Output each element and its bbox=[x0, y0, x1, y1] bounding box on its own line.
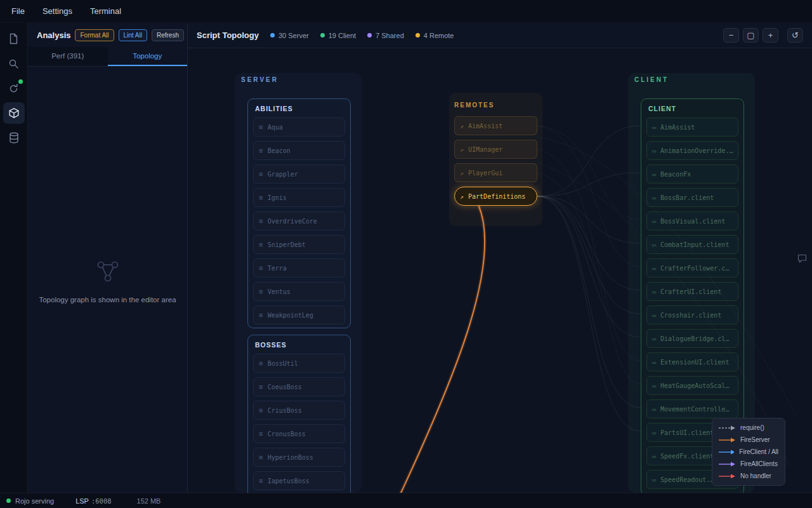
sidebar-header: Analysis Format AllLint AllRefresh bbox=[28, 23, 187, 47]
node-beaconfx[interactable]: ▭BeaconFx bbox=[646, 164, 738, 184]
stat-label: 19 Client bbox=[329, 32, 356, 39]
node-coeusboss[interactable]: ≡CoeusBoss bbox=[253, 377, 345, 396]
legend-row-fireclient-all: FireClient / All bbox=[719, 448, 778, 455]
reset-view-button[interactable]: ↺ bbox=[787, 28, 803, 43]
node-label: BossVisual.client bbox=[660, 218, 725, 225]
legend-line-sample bbox=[719, 437, 735, 443]
legend-label: FireServer bbox=[740, 436, 770, 443]
edge-fireserver-partdefinitions bbox=[401, 206, 485, 493]
activity-data-button[interactable] bbox=[3, 127, 25, 149]
activity-sync-button[interactable] bbox=[3, 77, 25, 99]
legend-row-no-handler: No handler bbox=[719, 472, 778, 479]
localscript-icon: ▭ bbox=[652, 147, 656, 154]
node-label: Ventus bbox=[268, 288, 291, 295]
node-criusboss[interactable]: ≡CriusBoss bbox=[253, 401, 345, 420]
localscript-icon: ▭ bbox=[652, 288, 656, 295]
localscript-icon: ▭ bbox=[652, 429, 656, 436]
script-icon: ≡ bbox=[259, 453, 263, 462]
node-ventus[interactable]: ≡Ventus bbox=[253, 282, 345, 301]
node-animationoverride[interactable]: ▭AnimationOverride.… bbox=[646, 141, 738, 160]
zoom-out-button[interactable]: − bbox=[723, 28, 739, 43]
legend-label: require() bbox=[740, 424, 764, 431]
stat-label: 4 Remote bbox=[424, 32, 454, 39]
script-icon: ≡ bbox=[259, 123, 263, 131]
node-combatinput-client[interactable]: ▭CombatInput.client bbox=[646, 235, 738, 254]
script-icon: ≡ bbox=[259, 264, 263, 272]
node-heatgaugeautoscal[interactable]: ▭HeatGaugeAutoScal… bbox=[646, 376, 738, 395]
remotes-group-label: REMOTES bbox=[454, 102, 494, 109]
node-bossvisual-client[interactable]: ▭BossVisual.client bbox=[646, 211, 738, 231]
localscript-icon: ▭ bbox=[652, 382, 656, 389]
node-label: OverdriveCore bbox=[268, 218, 317, 225]
zoom-in-button[interactable]: + bbox=[763, 28, 778, 43]
tab-perf-391[interactable]: Perf (391) bbox=[28, 47, 108, 66]
node-aimassist[interactable]: ↗AimAssist bbox=[454, 116, 537, 135]
node-label: HeatGaugeAutoScal… bbox=[660, 382, 729, 389]
lint-all-button[interactable]: Lint All bbox=[119, 29, 147, 41]
node-aimassist[interactable]: ▭AimAssist bbox=[646, 117, 738, 137]
node-partdefinitions[interactable]: ↗PartDefinitions bbox=[454, 187, 537, 206]
search-icon bbox=[8, 58, 19, 69]
node-hyperionboss[interactable]: ≡HyperionBoss bbox=[253, 448, 345, 467]
node-crafterui-client[interactable]: ▭CrafterUI.client bbox=[646, 282, 738, 301]
node-uimanager[interactable]: ↗UIManager bbox=[454, 140, 537, 159]
node-label: BossUtil bbox=[268, 360, 298, 367]
refresh-button[interactable]: Refresh bbox=[152, 29, 184, 41]
script-icon: ≡ bbox=[259, 477, 263, 485]
tab-topology[interactable]: Topology bbox=[108, 47, 188, 66]
client-column-label: CLIENT bbox=[634, 76, 669, 83]
stat-dot bbox=[367, 33, 372, 37]
node-ignis[interactable]: ≡Ignis bbox=[253, 188, 345, 207]
node-overdrivecore[interactable]: ≡OverdriveCore bbox=[253, 211, 345, 231]
menu-item-terminal[interactable]: Terminal bbox=[90, 6, 121, 16]
node-label: SniperDebt bbox=[268, 241, 306, 248]
node-label: CriusBoss bbox=[268, 407, 302, 414]
node-dialoguebridge-cl[interactable]: ▭DialogueBridge.cl… bbox=[646, 329, 738, 348]
legend-label: No handler bbox=[740, 472, 771, 479]
node-cronusboss[interactable]: ≡CronusBoss bbox=[253, 424, 345, 443]
menu-item-settings[interactable]: Settings bbox=[43, 6, 72, 16]
sidebar-actions: Format AllLint AllRefresh bbox=[75, 29, 184, 41]
activity-bar bbox=[0, 23, 28, 493]
sidebar-title: Analysis bbox=[37, 30, 70, 40]
node-weakpointleg[interactable]: ≡WeakpointLeg bbox=[253, 305, 345, 324]
menu-item-file[interactable]: File bbox=[11, 6, 25, 16]
group-title: CLIENT bbox=[648, 105, 738, 112]
activity-topology-button[interactable] bbox=[3, 102, 25, 124]
node-beacon[interactable]: ≡Beacon bbox=[253, 141, 345, 160]
activity-files-button[interactable] bbox=[3, 28, 25, 50]
node-terra[interactable]: ≡Terra bbox=[253, 258, 345, 277]
node-label: PartsUI.client bbox=[660, 429, 714, 436]
node-grappler[interactable]: ≡Grappler bbox=[253, 164, 345, 184]
node-bossutil[interactable]: ≡BossUtil bbox=[253, 354, 345, 373]
node-extensionui-client[interactable]: ▭ExtensionUI.client bbox=[646, 352, 738, 371]
node-playergui[interactable]: ↗PlayerGui bbox=[454, 163, 537, 182]
script-icon: ≡ bbox=[259, 194, 263, 202]
remote-event-icon: ↗ bbox=[460, 193, 464, 200]
node-crafterfollower-c[interactable]: ▭CrafterFollower.c… bbox=[646, 258, 738, 277]
node-sniperdebt[interactable]: ≡SniperDebt bbox=[253, 235, 345, 254]
node-crosshair-client[interactable]: ▭Crosshair.client bbox=[646, 305, 738, 324]
node-label: CronusBoss bbox=[268, 431, 306, 438]
legend-label: FireAllClients bbox=[740, 460, 778, 467]
node-iapetusboss[interactable]: ≡IapetusBoss bbox=[253, 471, 345, 490]
stat-label: 7 Shared bbox=[376, 32, 404, 39]
topology-canvas[interactable]: SERVER REMOTES CLIENT ABILITIES ≡Aqua≡Be… bbox=[188, 48, 812, 493]
activity-search-button[interactable] bbox=[3, 53, 25, 74]
stat-19-client: 19 Client bbox=[320, 32, 356, 39]
script-icon: ≡ bbox=[259, 359, 263, 368]
editor-header: Script Topology 30 Server19 Client7 Shar… bbox=[188, 23, 812, 48]
legend-row-fireallclients: FireAllClients bbox=[719, 460, 778, 467]
node-bossbar-client[interactable]: ▭BossBar.client bbox=[646, 188, 738, 207]
legend-row-fireserver: FireServer bbox=[719, 436, 778, 443]
canvas-controls: −▢+↺ bbox=[723, 28, 803, 43]
format-all-button[interactable]: Format All bbox=[75, 29, 114, 41]
comment-bubble-icon[interactable] bbox=[797, 254, 807, 265]
script-icon: ≡ bbox=[259, 406, 263, 415]
fit-view-button[interactable]: ▢ bbox=[743, 28, 759, 43]
node-aqua[interactable]: ≡Aqua bbox=[253, 117, 345, 137]
remote-event-icon: ↗ bbox=[460, 146, 464, 153]
stat-label: 30 Server bbox=[278, 32, 309, 39]
abilities-items: ≡Aqua≡Beacon≡Grappler≡Ignis≡OverdriveCor… bbox=[253, 117, 345, 324]
node-movementcontrolle[interactable]: ▭MovementControlle… bbox=[646, 399, 738, 418]
